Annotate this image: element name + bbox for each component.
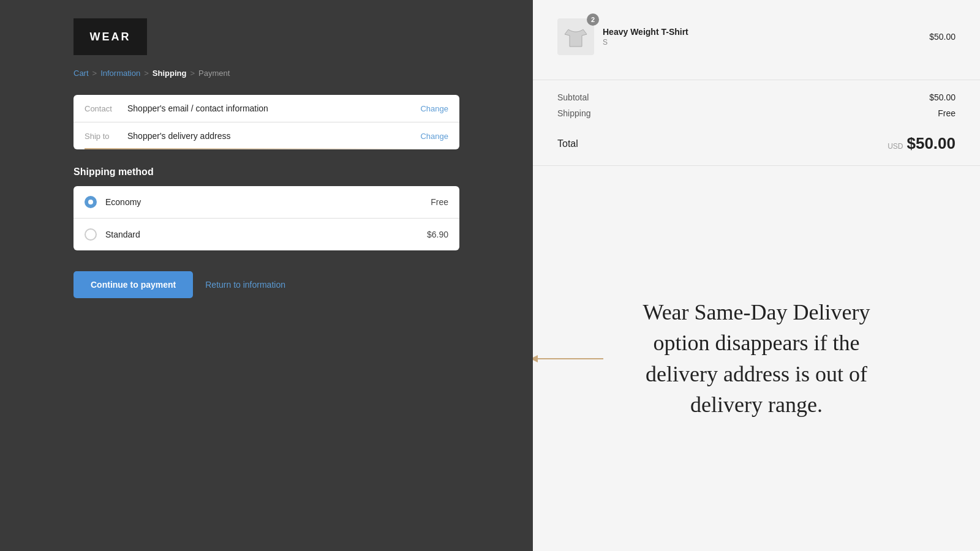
contact-label: Contact <box>85 104 127 113</box>
radio-economy[interactable] <box>85 196 97 208</box>
logo-text: WEAR <box>90 31 131 43</box>
action-buttons: Continue to payment Return to informatio… <box>74 271 459 298</box>
shipping-section-title: Shipping method <box>74 167 459 178</box>
subtotal-label: Subtotal <box>557 92 589 102</box>
info-box: Contact Shopper's email / contact inform… <box>74 95 459 149</box>
continue-to-payment-button[interactable]: Continue to payment <box>74 271 193 298</box>
shipping-option-standard[interactable]: Standard $6.90 <box>74 219 459 250</box>
shipto-row: Ship to Shopper's delivery address Chang… <box>74 122 459 149</box>
shipping-economy-label: Economy <box>105 197 431 207</box>
radio-economy-inner <box>88 200 93 204</box>
subtotal-value: $50.00 <box>929 92 956 102</box>
annotation-arrow <box>533 350 606 368</box>
grand-total-row: Total USD $50.00 <box>557 124 956 153</box>
grand-total-amount: $50.00 <box>907 134 956 153</box>
shipping-total-value: Free <box>938 108 956 118</box>
product-quantity-badge: 2 <box>587 13 599 26</box>
breadcrumb-sep-3: > <box>190 69 195 78</box>
grand-total-value: USD $50.00 <box>888 134 956 153</box>
order-summary: 2 Heavy Weight T-Shirt S $50.00 <box>533 0 980 80</box>
logo: WEAR <box>74 18 147 55</box>
product-row: 2 Heavy Weight T-Shirt S $50.00 <box>557 18 956 55</box>
breadcrumb-cart[interactable]: Cart <box>74 69 89 78</box>
shipto-change[interactable]: Change <box>420 132 448 141</box>
breadcrumb-information[interactable]: Information <box>100 69 140 78</box>
product-image-wrapper: 2 <box>557 18 594 55</box>
tshirt-icon <box>564 24 588 49</box>
shipto-label: Ship to <box>85 132 127 141</box>
annotation-area: Wear Same-Day Delivery option disappears… <box>533 166 980 551</box>
shipping-standard-label: Standard <box>105 230 427 239</box>
breadcrumb-sep-2: > <box>144 69 149 78</box>
breadcrumb: Cart > Information > Shipping > Payment <box>74 69 459 78</box>
subtotal-row: Subtotal $50.00 <box>557 92 956 102</box>
product-name: Heavy Weight T-Shirt <box>603 27 921 37</box>
breadcrumb-shipping: Shipping <box>153 69 187 78</box>
currency-label: USD <box>888 142 903 151</box>
contact-value: Shopper's email / contact information <box>127 103 420 113</box>
product-variant: S <box>603 38 921 47</box>
right-panel: 2 Heavy Weight T-Shirt S $50.00 Subtotal… <box>533 0 980 551</box>
return-to-information-button[interactable]: Return to information <box>205 280 285 290</box>
contact-change[interactable]: Change <box>420 104 448 113</box>
grand-total-label: Total <box>557 138 578 149</box>
shipto-value: Shopper's delivery address <box>127 131 420 141</box>
contact-row: Contact Shopper's email / contact inform… <box>74 95 459 122</box>
product-price: $50.00 <box>929 32 956 42</box>
shipping-option-economy[interactable]: Economy Free <box>74 186 459 219</box>
order-totals: Subtotal $50.00 Shipping Free Total USD … <box>533 80 980 166</box>
breadcrumb-sep-1: > <box>92 69 97 78</box>
left-panel: WEAR Cart > Information > Shipping > Pay… <box>0 0 533 551</box>
shipping-options-box: Economy Free Standard $6.90 <box>74 186 459 250</box>
product-details: Heavy Weight T-Shirt S <box>603 27 921 47</box>
shipping-total-label: Shipping <box>557 108 591 118</box>
shipping-standard-price: $6.90 <box>427 230 448 239</box>
radio-standard[interactable] <box>85 228 97 241</box>
annotation-text: Wear Same-Day Delivery option disappears… <box>628 297 885 421</box>
shipping-total-row: Shipping Free <box>557 108 956 118</box>
breadcrumb-payment: Payment <box>198 69 230 78</box>
shipping-economy-price: Free <box>431 197 448 207</box>
